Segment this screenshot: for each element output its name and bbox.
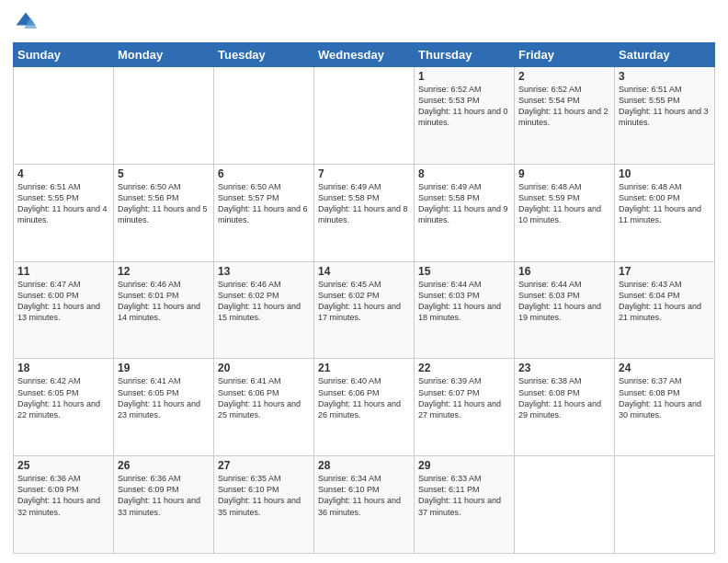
day-info: Sunrise: 6:36 AM Sunset: 6:09 PM Dayligh…: [118, 473, 210, 518]
calendar-cell: 20Sunrise: 6:41 AM Sunset: 6:06 PM Dayli…: [214, 359, 314, 456]
calendar-cell: 22Sunrise: 6:39 AM Sunset: 6:07 PM Dayli…: [415, 359, 515, 456]
day-number: 11: [17, 265, 109, 278]
day-number: 29: [418, 459, 510, 472]
col-header-saturday: Saturday: [615, 43, 715, 67]
day-info: Sunrise: 6:50 AM Sunset: 5:56 PM Dayligh…: [118, 181, 210, 226]
day-number: 17: [619, 265, 711, 278]
day-number: 9: [518, 167, 610, 180]
calendar-cell: 6Sunrise: 6:50 AM Sunset: 5:57 PM Daylig…: [214, 164, 314, 261]
day-info: Sunrise: 6:48 AM Sunset: 5:59 PM Dayligh…: [518, 181, 610, 226]
calendar-cell: 12Sunrise: 6:46 AM Sunset: 6:01 PM Dayli…: [114, 261, 214, 359]
calendar-week-5: 25Sunrise: 6:36 AM Sunset: 6:09 PM Dayli…: [14, 456, 715, 554]
day-number: 26: [118, 459, 210, 472]
day-number: 1: [418, 70, 510, 83]
day-info: Sunrise: 6:41 AM Sunset: 6:05 PM Dayligh…: [118, 375, 210, 420]
day-number: 18: [17, 362, 109, 374]
day-number: 6: [218, 167, 310, 180]
day-number: 2: [518, 70, 610, 83]
calendar-cell: [615, 456, 715, 554]
day-info: Sunrise: 6:52 AM Sunset: 5:54 PM Dayligh…: [518, 84, 610, 129]
day-info: Sunrise: 6:49 AM Sunset: 5:58 PM Dayligh…: [318, 181, 410, 226]
day-info: Sunrise: 6:47 AM Sunset: 6:00 PM Dayligh…: [17, 279, 109, 324]
calendar-cell: 23Sunrise: 6:38 AM Sunset: 6:08 PM Dayli…: [515, 359, 615, 456]
calendar-week-2: 4Sunrise: 6:51 AM Sunset: 5:55 PM Daylig…: [14, 164, 715, 261]
day-number: 7: [318, 167, 410, 180]
calendar-cell: 4Sunrise: 6:51 AM Sunset: 5:55 PM Daylig…: [14, 164, 114, 261]
day-number: 20: [218, 362, 310, 374]
calendar-cell: 25Sunrise: 6:36 AM Sunset: 6:09 PM Dayli…: [14, 456, 114, 554]
day-info: Sunrise: 6:46 AM Sunset: 6:02 PM Dayligh…: [218, 279, 310, 324]
day-number: 28: [318, 459, 410, 472]
calendar-cell: 3Sunrise: 6:51 AM Sunset: 5:55 PM Daylig…: [615, 67, 715, 165]
col-header-thursday: Thursday: [415, 43, 515, 67]
calendar-cell: 24Sunrise: 6:37 AM Sunset: 6:08 PM Dayli…: [615, 359, 715, 456]
day-number: 23: [518, 362, 610, 374]
col-header-tuesday: Tuesday: [214, 43, 314, 67]
calendar-cell: [14, 67, 114, 165]
day-info: Sunrise: 6:51 AM Sunset: 5:55 PM Dayligh…: [619, 84, 711, 129]
calendar-cell: 27Sunrise: 6:35 AM Sunset: 6:10 PM Dayli…: [214, 456, 314, 554]
calendar-table: SundayMondayTuesdayWednesdayThursdayFrid…: [13, 42, 715, 554]
calendar-cell: 5Sunrise: 6:50 AM Sunset: 5:56 PM Daylig…: [114, 164, 214, 261]
col-header-friday: Friday: [515, 43, 615, 67]
day-info: Sunrise: 6:42 AM Sunset: 6:05 PM Dayligh…: [17, 375, 109, 420]
col-header-wednesday: Wednesday: [314, 43, 415, 67]
day-number: 8: [418, 167, 510, 180]
day-info: Sunrise: 6:39 AM Sunset: 6:07 PM Dayligh…: [418, 375, 510, 420]
day-number: 4: [17, 167, 109, 180]
day-info: Sunrise: 6:44 AM Sunset: 6:03 PM Dayligh…: [418, 279, 510, 324]
day-info: Sunrise: 6:43 AM Sunset: 6:04 PM Dayligh…: [619, 279, 711, 324]
calendar-cell: [114, 67, 214, 165]
logo-icon: [13, 9, 39, 35]
calendar-cell: 11Sunrise: 6:47 AM Sunset: 6:00 PM Dayli…: [14, 261, 114, 359]
calendar-week-4: 18Sunrise: 6:42 AM Sunset: 6:05 PM Dayli…: [14, 359, 715, 456]
calendar-cell: 15Sunrise: 6:44 AM Sunset: 6:03 PM Dayli…: [415, 261, 515, 359]
calendar-cell: 16Sunrise: 6:44 AM Sunset: 6:03 PM Dayli…: [515, 261, 615, 359]
calendar-cell: 13Sunrise: 6:46 AM Sunset: 6:02 PM Dayli…: [214, 261, 314, 359]
calendar-cell: 21Sunrise: 6:40 AM Sunset: 6:06 PM Dayli…: [314, 359, 415, 456]
calendar-cell: 26Sunrise: 6:36 AM Sunset: 6:09 PM Dayli…: [114, 456, 214, 554]
day-info: Sunrise: 6:52 AM Sunset: 5:53 PM Dayligh…: [418, 84, 510, 129]
day-number: 16: [518, 265, 610, 278]
day-number: 14: [318, 265, 410, 278]
day-info: Sunrise: 6:51 AM Sunset: 5:55 PM Dayligh…: [17, 181, 109, 226]
calendar-cell: 8Sunrise: 6:49 AM Sunset: 5:58 PM Daylig…: [415, 164, 515, 261]
calendar-cell: 19Sunrise: 6:41 AM Sunset: 6:05 PM Dayli…: [114, 359, 214, 456]
day-info: Sunrise: 6:36 AM Sunset: 6:09 PM Dayligh…: [17, 473, 109, 518]
calendar-week-1: 1Sunrise: 6:52 AM Sunset: 5:53 PM Daylig…: [14, 67, 715, 165]
col-header-monday: Monday: [114, 43, 214, 67]
calendar-cell: 18Sunrise: 6:42 AM Sunset: 6:05 PM Dayli…: [14, 359, 114, 456]
header-row: SundayMondayTuesdayWednesdayThursdayFrid…: [14, 43, 715, 67]
day-info: Sunrise: 6:48 AM Sunset: 6:00 PM Dayligh…: [619, 181, 711, 226]
day-number: 21: [318, 362, 410, 374]
calendar-cell: 2Sunrise: 6:52 AM Sunset: 5:54 PM Daylig…: [515, 67, 615, 165]
calendar-cell: [314, 67, 415, 165]
calendar-cell: [515, 456, 615, 554]
day-info: Sunrise: 6:33 AM Sunset: 6:11 PM Dayligh…: [418, 473, 510, 518]
day-number: 10: [619, 167, 711, 180]
calendar-header: SundayMondayTuesdayWednesdayThursdayFrid…: [14, 43, 715, 67]
calendar-cell: 28Sunrise: 6:34 AM Sunset: 6:10 PM Dayli…: [314, 456, 415, 554]
page: SundayMondayTuesdayWednesdayThursdayFrid…: [0, 0, 728, 563]
calendar-week-3: 11Sunrise: 6:47 AM Sunset: 6:00 PM Dayli…: [14, 261, 715, 359]
day-info: Sunrise: 6:41 AM Sunset: 6:06 PM Dayligh…: [218, 375, 310, 420]
day-number: 24: [619, 362, 711, 374]
day-number: 12: [118, 265, 210, 278]
day-info: Sunrise: 6:38 AM Sunset: 6:08 PM Dayligh…: [518, 375, 610, 420]
day-number: 25: [17, 459, 109, 472]
day-number: 19: [118, 362, 210, 374]
day-number: 15: [418, 265, 510, 278]
day-info: Sunrise: 6:44 AM Sunset: 6:03 PM Dayligh…: [518, 279, 610, 324]
day-info: Sunrise: 6:45 AM Sunset: 6:02 PM Dayligh…: [318, 279, 410, 324]
logo: [13, 9, 42, 35]
day-number: 13: [218, 265, 310, 278]
calendar-cell: 7Sunrise: 6:49 AM Sunset: 5:58 PM Daylig…: [314, 164, 415, 261]
day-info: Sunrise: 6:35 AM Sunset: 6:10 PM Dayligh…: [218, 473, 310, 518]
calendar-cell: [214, 67, 314, 165]
calendar-cell: 17Sunrise: 6:43 AM Sunset: 6:04 PM Dayli…: [615, 261, 715, 359]
col-header-sunday: Sunday: [14, 43, 114, 67]
calendar-cell: 10Sunrise: 6:48 AM Sunset: 6:00 PM Dayli…: [615, 164, 715, 261]
day-number: 3: [619, 70, 711, 83]
day-info: Sunrise: 6:49 AM Sunset: 5:58 PM Dayligh…: [418, 181, 510, 226]
day-info: Sunrise: 6:46 AM Sunset: 6:01 PM Dayligh…: [118, 279, 210, 324]
